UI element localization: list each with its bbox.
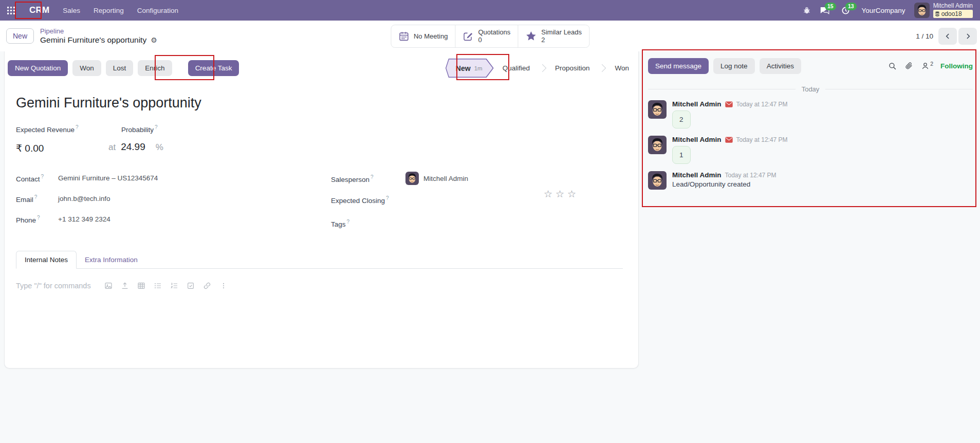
more-options-icon[interactable]: [217, 280, 230, 291]
expected-revenue-label: Expected Revenue: [16, 126, 75, 134]
table-icon[interactable]: [135, 280, 147, 291]
contact-field: Contact? Gemini Furniture – US12345674: [16, 172, 331, 184]
log-note-button[interactable]: Log note: [713, 58, 755, 74]
email-value[interactable]: john.b@tech.info: [58, 195, 110, 202]
tab-extra-information[interactable]: Extra Information: [77, 251, 146, 268]
link-icon[interactable]: [201, 280, 213, 291]
tab-internal-notes[interactable]: Internal Notes: [16, 251, 77, 269]
message-time: Today at 12:47 PM: [725, 172, 776, 179]
meetings-stat-button[interactable]: No Meeting: [391, 25, 455, 47]
company-switcher[interactable]: YourCompany: [862, 7, 905, 14]
database-name: odoo18: [941, 10, 962, 17]
activities-button[interactable]: Activities: [760, 58, 801, 74]
expected-revenue-value[interactable]: ₹ 0.00: [16, 142, 108, 154]
messages-icon[interactable]: 15: [820, 6, 829, 15]
action-menu-gear-icon[interactable]: ⚙: [151, 36, 157, 44]
message-author[interactable]: Mitchell Admin: [672, 100, 722, 108]
message: Mitchell Admin Today at 12:47 PM 1: [648, 136, 973, 164]
help-marker: ?: [155, 124, 158, 130]
stage-won[interactable]: Won: [606, 64, 631, 72]
help-marker: ?: [34, 194, 38, 200]
priority-star-icon[interactable]: ☆: [544, 189, 556, 199]
quotations-stat-button[interactable]: Quotations 0: [455, 25, 517, 47]
debug-bug-icon[interactable]: [803, 6, 811, 14]
breadcrumb-pipeline-link[interactable]: Pipeline: [40, 27, 157, 35]
numbered-list-icon[interactable]: [168, 280, 180, 291]
expected-closing-label: Expected Closing: [331, 196, 385, 204]
form-sheet: New Quotation Won Lost Enrich Create Tas…: [4, 51, 639, 368]
contact-value[interactable]: Gemini Furniture – US12345674: [58, 174, 158, 182]
quotations-stat-value: 0: [478, 36, 510, 44]
new-record-button[interactable]: New: [6, 28, 34, 44]
form-statusbar: New Quotation Won Lost Enrich Create Tas…: [5, 51, 638, 84]
apps-grid-icon[interactable]: [7, 7, 15, 14]
new-quotation-button[interactable]: New Quotation: [8, 60, 68, 76]
activities-clock-icon[interactable]: 13: [841, 6, 850, 15]
message-avatar: [648, 100, 667, 119]
priority-stars[interactable]: ☆☆☆: [544, 188, 579, 200]
message-body: Lead/Opportunity created: [672, 180, 776, 188]
message: Mitchell Admin Today at 12:47 PM Lead/Op…: [648, 171, 973, 190]
stage-new[interactable]: New 1m: [446, 59, 494, 78]
lost-button[interactable]: Lost: [106, 60, 134, 76]
followers-icon[interactable]: 2: [921, 62, 933, 70]
priority-star-icon[interactable]: ☆: [567, 189, 579, 199]
message: Mitchell Admin Today at 12:47 PM 2: [648, 100, 973, 128]
notebook-tabs: Internal Notes Extra Information: [16, 251, 623, 269]
menu-reporting[interactable]: Reporting: [94, 7, 124, 14]
app-menu-crm[interactable]: CRM: [29, 5, 49, 15]
create-task-button[interactable]: Create Task: [188, 60, 239, 76]
meetings-stat-label: No Meeting: [414, 32, 448, 40]
probability-value[interactable]: 24.99: [121, 141, 145, 153]
user-menu[interactable]: Mitchell Admin odoo18: [914, 3, 973, 18]
help-marker: ?: [371, 174, 374, 180]
menu-configuration[interactable]: Configuration: [137, 7, 178, 14]
stage-bar: New 1m Qualified Proposition Won: [446, 59, 631, 78]
attachments-paperclip-icon[interactable]: [904, 62, 913, 70]
pager-counter: 1 / 10: [916, 32, 933, 40]
stage-qualified[interactable]: Qualified: [494, 64, 539, 72]
following-toggle[interactable]: Following: [940, 62, 973, 70]
send-message-button[interactable]: Send message: [648, 58, 709, 74]
opportunity-title[interactable]: Gemini Furniture's opportunity: [16, 95, 623, 111]
won-button[interactable]: Won: [72, 60, 101, 76]
checklist-icon[interactable]: [184, 280, 197, 291]
calendar-icon: [398, 31, 409, 42]
tags-label: Tags: [331, 220, 346, 228]
activities-badge: 13: [845, 3, 857, 10]
menu-sales[interactable]: Sales: [63, 7, 80, 14]
message-body: 2: [672, 110, 691, 128]
stage-new-duration: 1m: [474, 65, 483, 71]
contact-label: Contact: [16, 175, 40, 182]
probability-unit: %: [156, 142, 163, 153]
tags-field: Tags?: [331, 217, 623, 229]
salesperson-value[interactable]: Mitchell Admin: [405, 172, 468, 185]
priority-star-icon[interactable]: ☆: [556, 189, 567, 199]
date-divider-label: Today: [802, 85, 820, 93]
similar-leads-stat-button[interactable]: Similar Leads 2: [517, 25, 589, 47]
salesperson-name: Mitchell Admin: [423, 175, 468, 182]
database-icon: [935, 11, 940, 17]
search-messages-icon[interactable]: [888, 62, 897, 70]
phone-field: Phone? +1 312 349 2324: [16, 213, 331, 225]
message-author[interactable]: Mitchell Admin: [672, 136, 722, 143]
phone-label: Phone: [16, 216, 36, 224]
phone-value[interactable]: +1 312 349 2324: [58, 215, 110, 223]
salesperson-label: Salesperson: [331, 175, 369, 183]
stage-proposition[interactable]: Proposition: [546, 64, 599, 72]
image-icon[interactable]: [102, 280, 115, 291]
message-avatar: [648, 171, 667, 190]
database-badge: odoo18: [933, 10, 973, 18]
pager-next-button[interactable]: [958, 28, 977, 45]
pager-previous-button[interactable]: [938, 28, 957, 45]
bullet-list-icon[interactable]: [152, 280, 164, 291]
email-envelope-icon: [725, 101, 733, 107]
probability-label: Probability: [121, 126, 154, 134]
upload-icon[interactable]: [119, 280, 131, 291]
top-navbar: CRM Sales Reporting Configuration 15: [0, 0, 980, 21]
internal-notes-editor[interactable]: Type "/" for commands: [16, 269, 623, 303]
message-author[interactable]: Mitchell Admin: [672, 171, 722, 179]
enrich-button[interactable]: Enrich: [138, 60, 172, 76]
pencil-square-icon: [463, 31, 473, 42]
email-envelope-icon: [725, 137, 733, 143]
